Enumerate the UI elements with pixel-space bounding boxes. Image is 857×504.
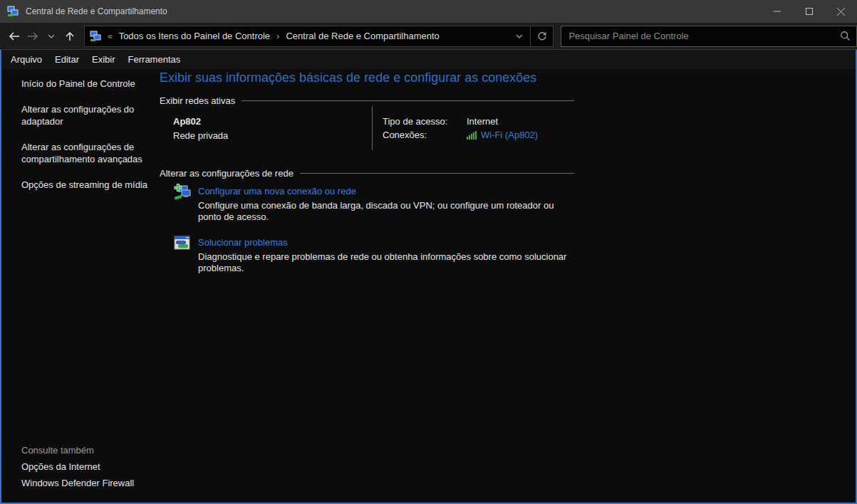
active-networks-section-header: Exibir redes ativas [160, 95, 574, 106]
sidebar-item-internet-options[interactable]: Opções da Internet [21, 461, 134, 473]
see-also-header: Consulte também [21, 445, 134, 456]
menu-arquivo[interactable]: Arquivo [4, 52, 48, 67]
network-settings-section-header: Alterar as configurações de rede [160, 168, 574, 179]
connections-row: Conexões: Wi-Fi (Ap802) [383, 130, 538, 143]
address-dropdown-chevron-icon[interactable] [509, 26, 530, 46]
breadcrumb-current[interactable]: Central de Rede e Compartilhamento [286, 31, 439, 41]
up-button[interactable] [61, 26, 79, 46]
sidebar: Início do Painel de Controle Alterar as … [1, 69, 158, 501]
menu-bar: Arquivo Editar Exibir Ferramentas [1, 50, 856, 69]
navigation-bar: « Todos os Itens do Painel de Controle ›… [0, 23, 857, 50]
minimize-button[interactable] [761, 0, 793, 23]
sidebar-item-control-panel-home[interactable]: Início do Painel de Controle [21, 78, 150, 90]
new-connection-icon [174, 184, 191, 201]
sidebar-item-media-streaming-options[interactable]: Opções de streaming de mídia [21, 179, 150, 191]
wifi-connection-link[interactable]: Wi-Fi (Ap802) [481, 130, 538, 140]
sidebar-item-advanced-sharing-settings[interactable]: Alterar as configurações de compartilham… [21, 141, 150, 165]
sidebar-item-change-adapter-settings[interactable]: Alterar as configurações do adaptador [21, 103, 150, 127]
window-title: Central de Rede e Compartilhamento [26, 6, 167, 16]
network-sharing-center-window: Central de Rede e Compartilhamento [0, 0, 857, 504]
wifi-signal-icon [467, 131, 477, 140]
connections-label: Conexões: [383, 130, 467, 140]
setup-new-connection-task: Configurar uma nova conexão ou rede Conf… [158, 184, 573, 223]
page-title: Exibir suas informações básicas de rede … [160, 70, 536, 85]
breadcrumb-root[interactable]: Todos os Itens do Painel de Controle [119, 31, 270, 41]
setup-new-connection-description: Configure uma conexão de banda larga, di… [198, 200, 570, 223]
troubleshoot-task: Solucionar problemas Diagnostique e repa… [158, 235, 573, 274]
sidebar-item-windows-defender-firewall[interactable]: Windows Defender Firewall [21, 478, 134, 489]
recent-pages-chevron-icon[interactable] [42, 26, 61, 46]
refresh-button[interactable] [531, 26, 553, 46]
window-controls [761, 0, 857, 23]
troubleshoot-description: Diagnostique e repare problemas de rede … [198, 251, 570, 274]
maximize-button[interactable] [793, 0, 825, 23]
network-type: Rede privada [173, 130, 228, 141]
section-divider-rule [300, 173, 574, 174]
active-networks-label: Exibir redes ativas [160, 95, 235, 106]
forward-button[interactable] [24, 26, 42, 46]
breadcrumb-separator-icon[interactable]: › [276, 31, 279, 41]
troubleshoot-icon [174, 235, 191, 252]
network-app-icon [7, 6, 19, 17]
address-bar[interactable]: « Todos os Itens do Painel de Controle ›… [84, 26, 554, 47]
menu-ferramentas[interactable]: Ferramentas [122, 52, 187, 67]
menu-editar[interactable]: Editar [48, 52, 85, 67]
close-button[interactable] [825, 0, 857, 23]
access-type-value: Internet [467, 116, 498, 127]
access-type-row: Tipo de acesso: Internet [383, 116, 538, 130]
menu-exibir[interactable]: Exibir [85, 52, 122, 67]
client-area: Arquivo Editar Exibir Ferramentas Início… [0, 50, 857, 504]
network-breadcrumb-icon [90, 31, 101, 42]
main-content: Exibir suas informações básicas de rede … [158, 69, 856, 501]
search-box [561, 26, 857, 47]
network-name: Ap802 [173, 116, 201, 127]
see-also-section: Consulte também Opções da Internet Windo… [21, 445, 134, 494]
search-icon[interactable] [833, 26, 856, 46]
network-panel-divider [372, 106, 373, 150]
troubleshoot-link[interactable]: Solucionar problemas [198, 235, 288, 248]
back-button[interactable] [5, 26, 24, 46]
title-bar: Central de Rede e Compartilhamento [0, 0, 857, 23]
network-settings-label: Alterar as configurações de rede [160, 168, 294, 179]
active-network-panel: Ap802 Rede privada Tipo de acesso: Inter… [158, 108, 573, 152]
setup-new-connection-link[interactable]: Configurar uma nova conexão ou rede [198, 184, 356, 197]
access-type-label: Tipo de acesso: [383, 116, 467, 127]
window-body: Início do Painel de Controle Alterar as … [1, 69, 856, 501]
section-divider-rule [241, 100, 574, 101]
breadcrumb-overflow-chevrons[interactable]: « [108, 31, 113, 41]
network-details: Tipo de acesso: Internet Conexões: Wi-Fi… [383, 116, 538, 143]
search-input[interactable] [561, 31, 833, 41]
